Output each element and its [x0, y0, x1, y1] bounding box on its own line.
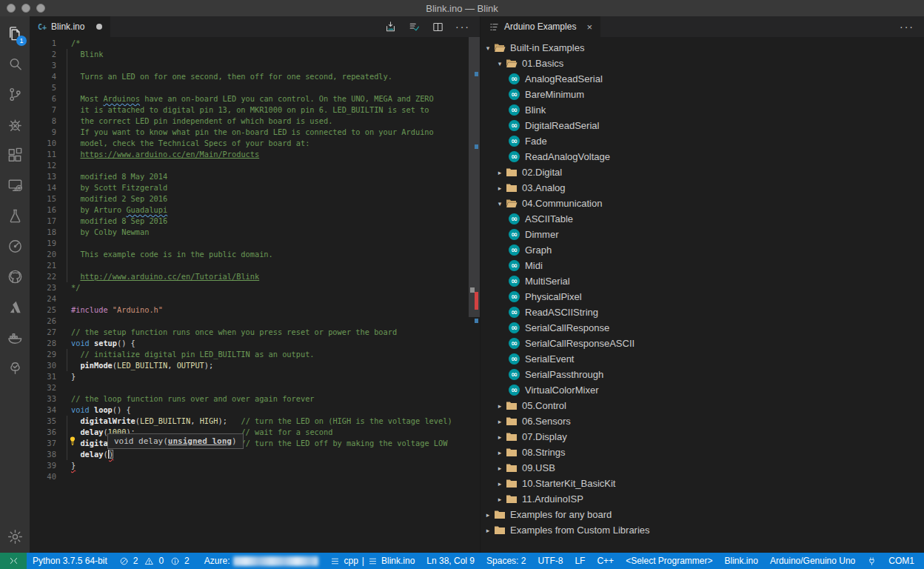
tree-item-readanalogvoltage[interactable]: ∞ReadAnalogVoltage [481, 149, 924, 164]
chevron-collapsed-icon[interactable]: ▸ [495, 480, 504, 488]
tree-item-readasciistring[interactable]: ∞ReadASCIIString [481, 305, 924, 320]
code-line-26[interactable] [71, 316, 468, 327]
tree-item-dimmer[interactable]: ∞Dimmer [481, 227, 924, 242]
tree-item-fade[interactable]: ∞Fade [481, 133, 924, 149]
code-line-33[interactable]: // the loop function runs over and over … [71, 393, 468, 405]
dirty-indicator-icon[interactable] [96, 24, 102, 30]
code-line-2[interactable]: Blink [71, 49, 468, 60]
status-board-name[interactable]: Arduino/Genuino Uno [764, 553, 861, 569]
status-cursor-position[interactable]: Ln 38, Col 9 [421, 553, 481, 569]
chevron-expanded-icon[interactable]: ▾ [495, 200, 504, 207]
code-line-1[interactable]: /* [71, 38, 468, 49]
verify-button[interactable] [408, 21, 421, 33]
tree-item-04-communication[interactable]: ▾04.Communication [481, 196, 924, 211]
tab-blink-ino[interactable]: C+ Blink.ino [30, 16, 110, 37]
activity-debug[interactable] [0, 110, 30, 140]
more-actions-icon[interactable]: ··· [900, 23, 914, 30]
tree-item-examples-for-any-board[interactable]: ▸Examples for any board [481, 507, 924, 522]
tree-item-midi[interactable]: ∞Midi [481, 258, 924, 273]
tree-item-08-strings[interactable]: ▸08.Strings [481, 445, 924, 460]
tree-item-serialcallresponseascii[interactable]: ∞SerialCallResponseASCII [481, 336, 924, 351]
tree-item-10-starterkit-basickit[interactable]: ▸10.StarterKit_BasicKit [481, 476, 924, 491]
tree-item-multiserial[interactable]: ∞MultiSerial [481, 273, 924, 289]
status-encoding[interactable]: UTF-8 [532, 553, 569, 569]
tree-item-serialevent[interactable]: ∞SerialEvent [481, 351, 924, 367]
tree-item-serialcallresponse[interactable]: ∞SerialCallResponse [481, 320, 924, 336]
chevron-collapsed-icon[interactable]: ▸ [495, 496, 504, 503]
status-indentation[interactable]: Spaces: 2 [481, 553, 532, 569]
status-python-interpreter[interactable]: Python 3.7.5 64-bit [27, 553, 113, 569]
activity-github[interactable] [0, 262, 30, 292]
tree-item-analogreadserial[interactable]: ∞AnalogReadSerial [481, 71, 924, 87]
code-line-39[interactable]: } [71, 460, 468, 471]
chevron-collapsed-icon[interactable]: ▸ [495, 418, 504, 425]
tree-item-bareminimum[interactable]: ∞BareMinimum [481, 87, 924, 102]
code-line-17[interactable]: modified 8 Sep 2016 [71, 216, 468, 227]
code-line-6[interactable]: Most Arduinos have an on-board LED you c… [71, 93, 468, 104]
code-line-31[interactable]: } [71, 371, 468, 382]
tree-item-digitalreadserial[interactable]: ∞DigitalReadSerial [481, 118, 924, 133]
status-select-programmer[interactable]: <Select Programmer> [620, 553, 718, 569]
code-line-9[interactable]: If you want to know what pin the on-boar… [71, 127, 468, 138]
code-editor[interactable]: 1234567891011121314151617181920212223242… [30, 37, 480, 553]
code-line-40[interactable] [71, 471, 468, 482]
status-azure-account[interactable]: Azure: [198, 553, 325, 569]
code-line-12[interactable] [71, 160, 468, 171]
activity-explorer[interactable]: 1 [0, 19, 30, 49]
tree-item-serialpassthrough[interactable]: ∞SerialPassthrough [481, 367, 924, 382]
tree-item-built-in-examples[interactable]: ▾Built-in Examples [481, 40, 924, 56]
close-window-button[interactable] [7, 4, 16, 13]
activity-remote-explorer[interactable] [0, 170, 30, 201]
status-serial-port[interactable]: COM1 [883, 553, 920, 569]
status-language-mode[interactable]: C++ [591, 553, 620, 569]
activity-docker[interactable] [0, 322, 30, 353]
code-line-28[interactable]: void setup() { [71, 338, 468, 349]
tree-item-blink[interactable]: ∞Blink [481, 102, 924, 118]
tree-item-graph[interactable]: ∞Graph [481, 242, 924, 258]
chevron-collapsed-icon[interactable]: ▸ [495, 449, 504, 456]
code-line-21[interactable] [71, 260, 468, 271]
status-serial-plug[interactable] [861, 553, 883, 569]
code-line-27[interactable]: // the setup function runs once when you… [71, 327, 468, 338]
code-line-7[interactable]: it is attached to digital pin 13, on MKR… [71, 104, 468, 116]
code-line-32[interactable] [71, 382, 468, 393]
activity-azure[interactable] [0, 292, 30, 322]
chevron-expanded-icon[interactable]: ▾ [483, 44, 492, 52]
tree-item-02-digital[interactable]: ▸02.Digital [481, 164, 924, 180]
close-tab-icon[interactable]: × [586, 21, 592, 33]
code-line-35[interactable]: digitalWrite(LED_BUILTIN, HIGH); // turn… [71, 416, 468, 427]
code-action-lightbulb-icon[interactable] [67, 436, 78, 447]
activity-source-control[interactable] [0, 79, 30, 110]
split-editor-button[interactable] [432, 21, 444, 33]
tree-item-06-sensors[interactable]: ▸06.Sensors [481, 413, 924, 429]
tree-item-examples-from-custom-libraries[interactable]: ▸Examples from Custom Libraries [481, 522, 924, 538]
activity-settings[interactable] [0, 520, 30, 553]
code-line-11[interactable]: https://www.arduino.cc/en/Main/Products [71, 149, 468, 160]
code-line-3[interactable] [71, 60, 468, 71]
code-line-25[interactable]: #include "Arduino.h" [71, 305, 468, 316]
minimize-window-button[interactable] [21, 4, 30, 13]
code-line-20[interactable]: This example code is in the public domai… [71, 249, 468, 260]
code-line-18[interactable]: by Colby Newman [71, 227, 468, 238]
code-line-16[interactable]: by Arturo Guadalupi [71, 204, 468, 216]
tree-item-01-basics[interactable]: ▾01.Basics [481, 56, 924, 71]
tree-item-physicalpixel[interactable]: ∞PhysicalPixel [481, 289, 924, 305]
tree-item-asciitable[interactable]: ∞ASCIITable [481, 211, 924, 227]
status-problems[interactable]: 202 [113, 553, 198, 569]
status-file-language[interactable]: cpp|Blink.ino [324, 553, 421, 569]
code-line-38[interactable]: delay() [71, 449, 468, 460]
code-line-4[interactable]: Turns an LED on for one second, then off… [71, 71, 468, 82]
upload-button[interactable] [384, 21, 397, 33]
status-platform[interactable]: Mac [920, 553, 924, 569]
chevron-collapsed-icon[interactable]: ▸ [495, 402, 504, 410]
chevron-collapsed-icon[interactable]: ▸ [483, 511, 492, 519]
chevron-collapsed-icon[interactable]: ▸ [495, 169, 504, 176]
code-line-30[interactable]: pinMode(LED_BUILTIN, OUTPUT); [71, 360, 468, 371]
code-line-24[interactable] [71, 293, 468, 305]
chevron-collapsed-icon[interactable]: ▸ [495, 433, 504, 441]
activity-extensions[interactable] [0, 140, 30, 170]
code-line-14[interactable]: by Scott Fitzgerald [71, 182, 468, 193]
chevron-collapsed-icon[interactable]: ▸ [495, 465, 504, 472]
more-actions-button[interactable]: ··· [455, 23, 470, 30]
code-line-29[interactable]: // initialize digital pin LED_BUILTIN as… [71, 349, 468, 360]
